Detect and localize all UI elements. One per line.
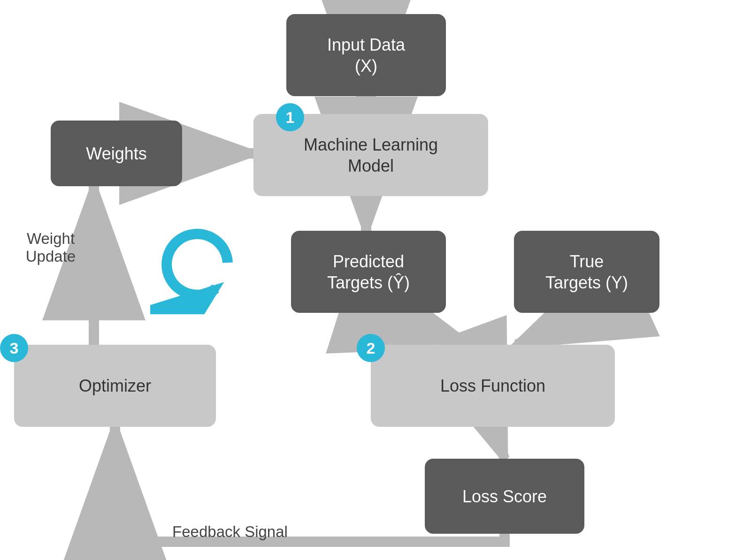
loss-function-box: Loss Function [371, 345, 615, 427]
weights-box: Weights [51, 121, 182, 186]
true-targets-label: TrueTargets (Y) [545, 251, 628, 293]
optimizer-label: Optimizer [79, 375, 151, 396]
badge-1: 1 [276, 103, 304, 131]
input-data-label: Input Data(X) [327, 34, 405, 76]
badge-3-label: 3 [10, 339, 19, 357]
badge-2-label: 2 [367, 339, 376, 357]
badge-3: 3 [0, 334, 28, 362]
svg-line-4 [368, 313, 469, 345]
true-targets-box: TrueTargets (Y) [514, 231, 659, 313]
weight-update-label: WeightUpdate [13, 230, 88, 265]
svg-line-5 [516, 313, 587, 345]
input-data-box: Input Data(X) [286, 14, 446, 96]
refresh-icon [150, 211, 253, 314]
optimizer-box: Optimizer [14, 345, 216, 427]
predicted-targets-box: PredictedTargets (Ŷ) [291, 231, 446, 313]
svg-line-6 [493, 427, 505, 459]
predicted-targets-label: PredictedTargets (Ŷ) [327, 251, 410, 293]
loss-function-label: Loss Function [440, 375, 545, 396]
feedback-signal-label: Feedback Signal [131, 523, 329, 541]
weights-label: Weights [86, 143, 146, 164]
ml-model-label: Machine LearningModel [304, 134, 438, 176]
badge-2: 2 [357, 334, 385, 362]
loss-score-box: Loss Score [425, 459, 584, 534]
badge-1-label: 1 [286, 108, 295, 127]
loss-score-label: Loss Score [462, 486, 547, 507]
